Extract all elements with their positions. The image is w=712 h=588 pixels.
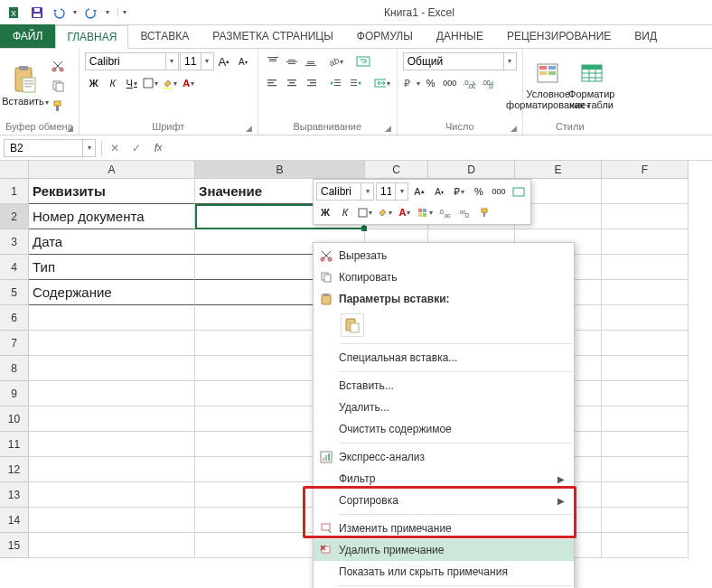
ctx-clear[interactable]: Очистить содержимое: [314, 418, 574, 440]
mini-font-color-icon[interactable]: A: [396, 203, 414, 221]
cell[interactable]: [29, 406, 195, 432]
cell[interactable]: [602, 204, 689, 229]
clipboard-dialog-launcher[interactable]: ◢: [67, 124, 73, 133]
align-center-icon[interactable]: [283, 74, 301, 92]
decrease-indent-icon[interactable]: [327, 74, 345, 92]
mini-shrink-font-icon[interactable]: A▾: [430, 182, 448, 201]
mini-size-combo[interactable]: ▾: [376, 182, 408, 201]
tab-home[interactable]: ГЛАВНАЯ: [55, 25, 128, 49]
qat-customize[interactable]: ▾: [117, 8, 126, 16]
ctx-delete-comment[interactable]: Удалить примечание: [314, 539, 574, 561]
col-header[interactable]: A: [29, 161, 195, 179]
number-format-combo[interactable]: ▾: [403, 52, 517, 70]
paste-button[interactable]: Вставить: [5, 52, 45, 119]
font-color-button[interactable]: A: [180, 74, 198, 92]
ctx-cut[interactable]: Вырезать: [314, 245, 574, 266]
row-header[interactable]: 6: [0, 305, 29, 331]
name-box[interactable]: ▾: [4, 139, 96, 157]
shrink-font-icon[interactable]: A▾: [234, 52, 252, 70]
cell[interactable]: [602, 179, 689, 204]
mini-merge-icon[interactable]: [510, 182, 528, 201]
cell[interactable]: Содержание: [29, 280, 195, 305]
ctx-quick-analysis[interactable]: Экспресс-анализ: [314, 446, 574, 468]
border-button[interactable]: [142, 74, 160, 92]
cell[interactable]: [602, 331, 689, 356]
mini-font-combo[interactable]: ▾: [316, 182, 374, 201]
alignment-dialog-launcher[interactable]: ◢: [385, 124, 391, 133]
excel-icon[interactable]: X: [5, 3, 25, 23]
tab-data[interactable]: ДАННЫЕ: [425, 24, 495, 48]
increase-indent-icon[interactable]: [346, 74, 364, 92]
align-top-icon[interactable]: [264, 52, 282, 70]
cell[interactable]: [602, 533, 689, 558]
cell[interactable]: [602, 457, 689, 482]
ctx-copy[interactable]: Копировать: [314, 266, 574, 288]
decrease-decimal-icon[interactable]: .00.0: [479, 74, 497, 92]
ctx-sort[interactable]: Сортировка▶: [314, 490, 574, 511]
cell[interactable]: Реквизиты: [29, 179, 195, 204]
cell[interactable]: [29, 331, 195, 356]
tab-formulas[interactable]: ФОРМУЛЫ: [345, 24, 425, 48]
tab-review[interactable]: РЕЦЕНЗИРОВАНИЕ: [495, 24, 623, 48]
mini-accounting-icon[interactable]: ₽: [450, 182, 468, 201]
mini-bold[interactable]: Ж: [316, 203, 334, 221]
select-all-corner[interactable]: [0, 161, 29, 179]
save-icon[interactable]: [27, 3, 47, 23]
cell[interactable]: Тип: [29, 255, 195, 280]
cell[interactable]: [29, 305, 195, 331]
row-header[interactable]: 13: [0, 482, 29, 508]
align-right-icon[interactable]: [302, 74, 320, 92]
ctx-filter[interactable]: Фильтр▶: [314, 468, 574, 490]
font-name-combo[interactable]: ▾: [85, 52, 179, 70]
row-header[interactable]: 8: [0, 356, 29, 381]
col-header[interactable]: D: [428, 161, 515, 179]
mini-border-icon[interactable]: [356, 203, 374, 221]
tab-view[interactable]: ВИД: [623, 24, 669, 48]
font-dialog-launcher[interactable]: ◢: [246, 124, 252, 133]
italic-button[interactable]: К: [104, 74, 122, 92]
accounting-format-icon[interactable]: ₽: [403, 74, 421, 92]
row-header[interactable]: 14: [0, 508, 29, 533]
cell[interactable]: [29, 533, 195, 558]
mini-cond-format-icon[interactable]: [416, 203, 434, 221]
row-header[interactable]: 3: [0, 229, 29, 255]
redo-icon[interactable]: [81, 3, 101, 23]
format-painter-icon[interactable]: [49, 97, 67, 115]
tab-insert[interactable]: ВСТАВКА: [128, 24, 201, 48]
paste-default-icon[interactable]: [341, 313, 364, 337]
align-middle-icon[interactable]: [283, 52, 301, 70]
cell[interactable]: [602, 381, 689, 406]
cell[interactable]: [29, 432, 195, 457]
cell[interactable]: [602, 482, 689, 508]
increase-decimal-icon[interactable]: .0.00: [460, 74, 478, 92]
row-header[interactable]: 11: [0, 432, 29, 457]
mini-comma-icon[interactable]: 000: [490, 182, 508, 201]
number-dialog-launcher[interactable]: ◢: [511, 124, 517, 133]
align-bottom-icon[interactable]: [302, 52, 320, 70]
undo-icon[interactable]: [49, 3, 69, 23]
mini-grow-font-icon[interactable]: A▴: [410, 182, 428, 201]
cell[interactable]: [602, 508, 689, 533]
cell[interactable]: [602, 356, 689, 381]
fx-icon[interactable]: fx: [147, 138, 169, 158]
col-header[interactable]: C: [365, 161, 428, 179]
row-header[interactable]: 4: [0, 255, 29, 280]
wrap-text-icon[interactable]: [354, 52, 372, 70]
cell[interactable]: [602, 406, 689, 432]
cell[interactable]: [602, 305, 689, 331]
cell[interactable]: [602, 432, 689, 457]
cut-icon[interactable]: [49, 57, 67, 75]
cell[interactable]: Дата: [29, 229, 195, 255]
row-header[interactable]: 5: [0, 280, 29, 305]
ctx-show-comments[interactable]: Показать или скрыть примечания: [314, 561, 574, 583]
row-header[interactable]: 12: [0, 457, 29, 482]
mini-italic[interactable]: К: [336, 203, 354, 221]
orientation-icon[interactable]: ab: [327, 52, 345, 70]
undo-dropdown[interactable]: ▾: [70, 8, 80, 16]
mini-dec-decimal-icon[interactable]: .00.0: [455, 203, 473, 221]
cell[interactable]: Номер документа: [29, 204, 195, 229]
ctx-insert[interactable]: Вставить...: [314, 375, 574, 397]
cell[interactable]: [29, 508, 195, 533]
cell[interactable]: [602, 280, 689, 305]
grow-font-icon[interactable]: A▴: [215, 52, 233, 70]
